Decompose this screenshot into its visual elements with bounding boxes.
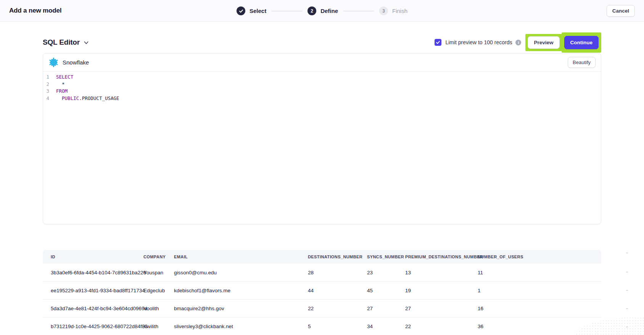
table-cell: 36 (478, 324, 593, 329)
step-connector (271, 11, 303, 11)
table-cell: 19 (405, 288, 478, 293)
limit-preview-label: Limit preview to 100 records (445, 39, 512, 45)
code-segment-keyword: PUBLIC (62, 95, 79, 101)
table-row[interactable]: ee195229-a913-4fd1-9334-bad8ff171734Edge… (43, 282, 601, 300)
code-segment-plain: * (56, 81, 65, 87)
table-cell: Voolith (143, 306, 174, 311)
table-cell: 28 (308, 270, 367, 275)
editor-header: Snowflake Beautify (43, 53, 601, 72)
code-segment-keyword: FROM (56, 88, 68, 94)
table-row[interactable]: 5da3d7ae-4e81-424f-bc94-3e604cd0969aVool… (43, 300, 601, 317)
column-header: SYNCS_NUMBER (367, 254, 405, 259)
step-select[interactable]: Select (237, 6, 266, 15)
table-cell: b731219d-1c0e-4425-9062-680722d84f83 (51, 324, 143, 329)
code-segment-plain (56, 95, 62, 101)
preview-button-highlight: Preview (525, 34, 562, 51)
table-cell: 45 (367, 288, 405, 293)
step-define[interactable]: 2Define (308, 6, 338, 15)
code-segment-keyword: SELECT (56, 74, 73, 80)
page-title: Add a new model (9, 7, 61, 14)
model-type-label: SQL Editor (43, 38, 80, 47)
code-segment-plain: .PRODUCT_USAGE (79, 95, 119, 101)
line-number: 1 (43, 74, 49, 81)
table-cell: ee195229-a913-4fd1-9334-bad8ff171734 (51, 288, 143, 293)
sql-code-editor[interactable]: 1SELECT2 *3FROM4 PUBLIC.PRODUCT_USAGE (43, 72, 601, 102)
table-row[interactable]: 3b3a0ef6-6fda-4454-b104-7c89631ba226Yous… (43, 264, 601, 282)
table-cell: 16 (478, 306, 593, 311)
step-label: Finish (392, 8, 407, 14)
column-header: NUMBER_OF_USERS (478, 254, 593, 259)
code-line: 4 PUBLIC.PRODUCT_USAGE (43, 95, 601, 102)
check-icon (237, 6, 245, 15)
table-row[interactable]: b731219d-1c0e-4425-9062-680722d84f83Kwil… (43, 317, 601, 335)
step-label: Define (320, 8, 338, 14)
model-type-dropdown[interactable]: SQL Editor (43, 38, 89, 47)
table-cell: Edgeclub (143, 288, 174, 293)
column-header: COMPANY (143, 254, 174, 259)
line-number: 2 (43, 81, 49, 88)
stepper: Select2Define3Finish (237, 0, 407, 22)
cropped-overflow-mark (626, 327, 628, 327)
cropped-overflow-mark (626, 253, 628, 253)
code-line: 2 * (43, 81, 601, 88)
column-header: PREMIUM_DESTINATIONS_NUMBER (405, 254, 478, 259)
line-number: 3 (43, 88, 49, 95)
table-cell: bmacquire2@hhs.gov (174, 306, 308, 311)
table-cell: 44 (308, 288, 367, 293)
cropped-overflow-mark (626, 272, 628, 272)
limit-preview-checkbox[interactable] (435, 39, 441, 46)
table-cell: sliversley3@clickbank.net (174, 324, 308, 329)
preview-results-table: IDCOMPANYEMAILDESTINATIONS_NUMBERSYNCS_N… (43, 250, 601, 335)
cropped-overflow-mark (626, 308, 628, 309)
code-text: PUBLIC.PRODUCT_USAGE (56, 95, 119, 102)
table-cell: 13 (405, 270, 478, 275)
code-text: SELECT (56, 74, 73, 81)
step-connector (343, 11, 374, 11)
step-number: 2 (308, 6, 316, 15)
step-label: Select (250, 8, 266, 14)
table-cell: 22 (405, 324, 478, 329)
table-cell: 27 (405, 306, 478, 311)
sql-editor-panel: Snowflake Beautify 1SELECT2 *3FROM4 PUBL… (43, 53, 601, 224)
cropped-overflow-mark (626, 290, 628, 291)
table-cell: kdebischof1@flavors.me (174, 288, 308, 293)
table-cell: 34 (367, 324, 405, 329)
topbar: Add a new model Select2Define3Finish Can… (0, 0, 644, 22)
code-line: 1SELECT (43, 74, 601, 81)
table-cell: 1 (478, 288, 593, 293)
code-text: * (56, 81, 65, 88)
table-cell: 27 (367, 306, 405, 311)
check-icon (436, 40, 440, 45)
cancel-button[interactable]: Cancel (607, 5, 635, 17)
snowflake-icon (48, 57, 59, 68)
table-cell: gisson0@cmu.edu (174, 270, 308, 275)
main-content: SQL Editor Limit preview to 100 records … (43, 32, 601, 335)
code-text: FROM (56, 88, 68, 95)
chevron-down-icon (84, 40, 89, 45)
table-cell: 5da3d7ae-4e81-424f-bc94-3e604cd0969a (51, 306, 143, 311)
table-cell: 22 (308, 306, 367, 311)
step-number: 3 (379, 6, 388, 15)
table-cell: 23 (367, 270, 405, 275)
continue-button-highlight: Continue (562, 32, 602, 53)
info-icon[interactable]: i (515, 40, 521, 45)
beautify-button[interactable]: Beautify (568, 57, 596, 68)
continue-button[interactable]: Continue (564, 36, 599, 49)
column-header: ID (51, 254, 143, 259)
table-cell: Youspan (143, 270, 174, 275)
source-name: Snowflake (63, 59, 89, 66)
table-cell: Kwilith (143, 324, 174, 329)
preview-button[interactable]: Preview (528, 36, 559, 49)
preview-controls: Limit preview to 100 records i Preview C… (435, 32, 601, 53)
table-header-row: IDCOMPANYEMAILDESTINATIONS_NUMBERSYNCS_N… (43, 250, 601, 264)
line-number: 4 (43, 95, 49, 102)
editor-toolbar: SQL Editor Limit preview to 100 records … (43, 32, 601, 53)
step-finish[interactable]: 3Finish (379, 6, 407, 15)
code-line: 3FROM (43, 88, 601, 95)
column-header: EMAIL (174, 254, 308, 259)
table-cell: 11 (478, 270, 593, 275)
column-header: DESTINATIONS_NUMBER (308, 254, 367, 259)
table-cell: 5 (308, 324, 367, 329)
table-cell: 3b3a0ef6-6fda-4454-b104-7c89631ba226 (51, 270, 143, 275)
